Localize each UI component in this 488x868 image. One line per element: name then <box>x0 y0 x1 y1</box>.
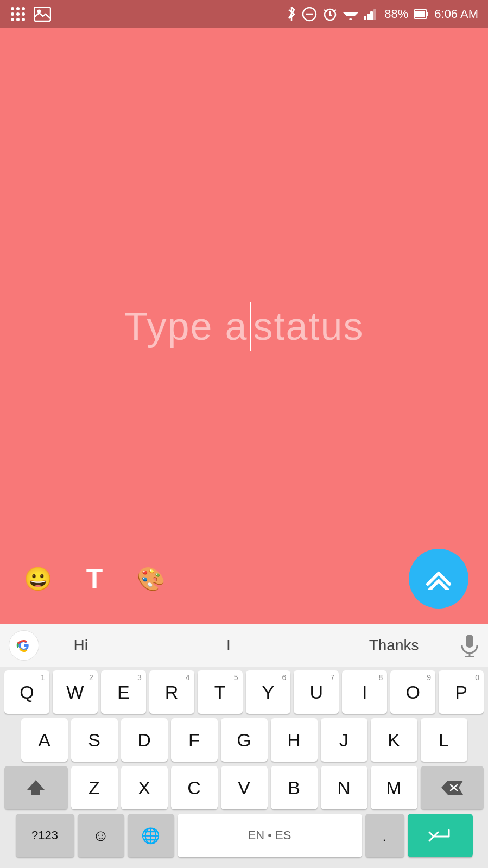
key-h[interactable]: H <box>271 718 318 762</box>
key-c[interactable]: C <box>171 766 218 809</box>
placeholder-right: status <box>253 304 364 349</box>
battery-icon <box>414 9 429 19</box>
action-row: 😀 T 🎨 <box>0 549 488 609</box>
enter-key[interactable] <box>408 814 473 857</box>
svg-point-3 <box>11 12 14 16</box>
key-w[interactable]: 2W <box>53 670 98 714</box>
key-t[interactable]: 5T <box>198 670 243 714</box>
key-v[interactable]: V <box>221 766 268 809</box>
status-bar-right: 88% 6:06 AM <box>287 7 478 22</box>
bluetooth-icon <box>287 7 296 22</box>
keyboard-area: Hi I Thanks 1Q 2W 3E 4R 5T 6Y 7U 8I 9O 0… <box>0 624 488 868</box>
divider-2 <box>300 636 300 655</box>
key-a[interactable]: A <box>21 718 68 762</box>
key-x[interactable]: X <box>121 766 168 809</box>
action-icons: 😀 T 🎨 <box>20 560 169 597</box>
svg-rect-22 <box>373 9 376 20</box>
key-u[interactable]: 7U <box>294 670 339 714</box>
key-row-2: A S D F G H J K L <box>4 718 484 762</box>
svg-rect-19 <box>364 16 366 20</box>
scroll-up-button[interactable] <box>409 549 468 609</box>
mic-icon[interactable] <box>460 633 479 657</box>
svg-rect-26 <box>466 635 473 648</box>
key-l[interactable]: L <box>421 718 467 762</box>
svg-rect-21 <box>370 11 373 20</box>
chevron-up-icon <box>424 568 453 590</box>
key-m[interactable]: M <box>371 766 417 809</box>
key-e[interactable]: 3E <box>101 670 146 714</box>
space-key[interactable]: EN • ES <box>178 814 362 857</box>
google-logo <box>9 630 39 661</box>
key-row-bottom: ?123 ☺ 🌐 EN • ES . <box>4 814 484 861</box>
grid-icon <box>10 6 26 22</box>
battery-percent: 88% <box>384 7 408 21</box>
key-o[interactable]: 9O <box>390 670 435 714</box>
status-placeholder[interactable]: Type a status <box>124 302 364 351</box>
alarm-icon <box>322 7 338 22</box>
key-r[interactable]: 4R <box>149 670 194 714</box>
key-n[interactable]: N <box>321 766 367 809</box>
svg-point-8 <box>22 18 25 21</box>
suggestion-thanks[interactable]: Thanks <box>369 637 419 654</box>
keyboard-rows: 1Q 2W 3E 4R 5T 6Y 7U 8I 9O 0P A S D F G … <box>0 667 488 868</box>
period-key[interactable]: . <box>365 814 404 857</box>
dnd-icon <box>302 7 317 22</box>
placeholder-left: Type a <box>124 304 248 349</box>
signal-icon <box>364 8 379 20</box>
image-icon <box>34 7 51 22</box>
svg-point-2 <box>22 7 25 10</box>
wifi-icon <box>343 8 358 20</box>
suggestion-hi[interactable]: Hi <box>73 637 87 654</box>
suggestion-bar: Hi I Thanks <box>0 624 488 667</box>
text-cursor <box>250 302 251 351</box>
key-q[interactable]: 1Q <box>4 670 49 714</box>
emoji-button[interactable]: 😀 <box>20 560 56 597</box>
globe-key[interactable]: 🌐 <box>128 814 174 857</box>
svg-rect-24 <box>415 11 425 17</box>
svg-point-6 <box>11 18 14 21</box>
main-area[interactable]: Type a status 😀 T 🎨 <box>0 28 488 624</box>
svg-point-5 <box>22 12 25 16</box>
key-z[interactable]: Z <box>71 766 118 809</box>
svg-rect-9 <box>34 7 50 21</box>
svg-point-0 <box>11 7 14 10</box>
key-y[interactable]: 6Y <box>246 670 291 714</box>
palette-button[interactable]: 🎨 <box>132 560 169 597</box>
svg-rect-25 <box>427 12 428 16</box>
suggestions-container: Hi I Thanks <box>39 636 453 655</box>
key-b[interactable]: B <box>271 766 318 809</box>
key-row-1: 1Q 2W 3E 4R 5T 6Y 7U 8I 9O 0P <box>4 670 484 714</box>
key-f[interactable]: F <box>171 718 218 762</box>
key-i[interactable]: 8I <box>342 670 387 714</box>
svg-point-1 <box>16 7 20 10</box>
svg-rect-20 <box>367 14 370 20</box>
key-s[interactable]: S <box>71 718 118 762</box>
key-j[interactable]: J <box>321 718 367 762</box>
emoji-key[interactable]: ☺ <box>78 814 124 857</box>
status-bar-left <box>10 6 51 22</box>
time-display: 6:06 AM <box>434 7 478 21</box>
key-p[interactable]: 0P <box>439 670 484 714</box>
key-k[interactable]: K <box>371 718 417 762</box>
text-style-button[interactable]: T <box>76 560 113 597</box>
key-row-3: Z X C V B N M <box>4 766 484 809</box>
suggestion-i[interactable]: I <box>226 637 231 654</box>
shift-key[interactable] <box>4 766 68 809</box>
key-g[interactable]: G <box>221 718 268 762</box>
status-bar: 88% 6:06 AM <box>0 0 488 28</box>
symbols-key[interactable]: ?123 <box>16 814 74 857</box>
svg-marker-29 <box>27 780 45 795</box>
backspace-key[interactable] <box>421 766 484 809</box>
svg-point-4 <box>16 12 20 16</box>
svg-point-7 <box>16 18 20 21</box>
key-d[interactable]: D <box>121 718 168 762</box>
divider-1 <box>157 636 157 655</box>
